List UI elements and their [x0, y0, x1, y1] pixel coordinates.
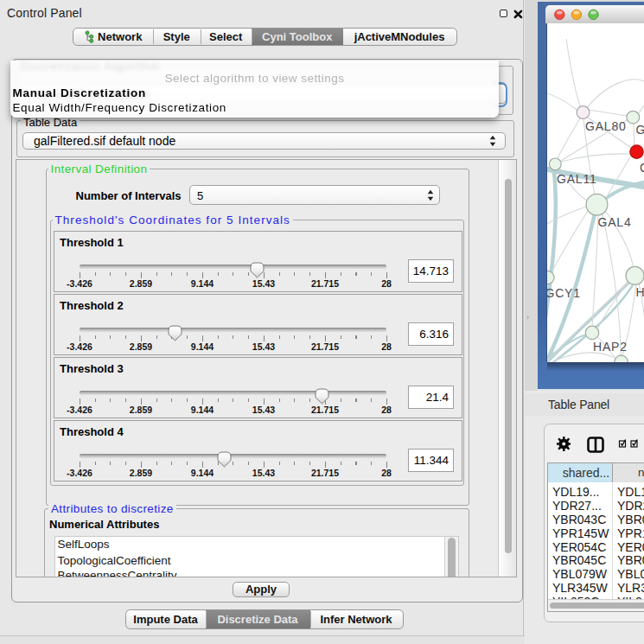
- svg-text:HAP2: HAP2: [593, 340, 628, 354]
- svg-text:GA: GA: [636, 123, 644, 137]
- svg-text:GAL4: GAL4: [598, 215, 632, 229]
- svg-text:GCY1: GCY1: [547, 286, 581, 300]
- svg-text:GAL80: GAL80: [585, 119, 627, 133]
- svg-text:C: C: [640, 161, 644, 175]
- svg-text:GAL11: GAL11: [557, 172, 597, 186]
- svg-text:H: H: [636, 285, 644, 299]
